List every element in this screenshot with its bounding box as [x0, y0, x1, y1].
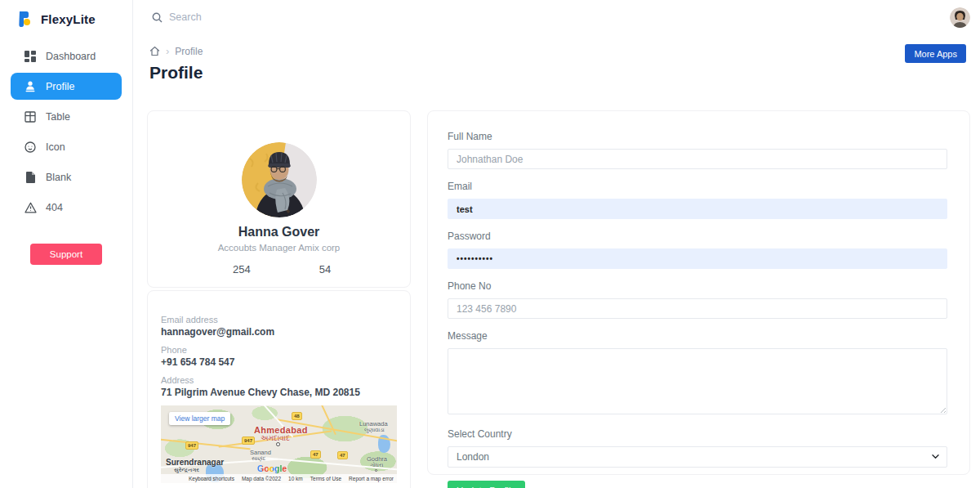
- sidebar-item-dashboard[interactable]: Dashboard: [0, 41, 132, 71]
- select-country-label: Select Country: [448, 428, 947, 440]
- logo-text: FlexyLite: [41, 12, 96, 26]
- map-route-badge: 47: [337, 451, 348, 459]
- map-terms-link[interactable]: Terms of Use: [310, 476, 341, 481]
- search-box[interactable]: [152, 11, 950, 23]
- app-root: FlexyLite Dashboard: [0, 0, 980, 488]
- email-label: Email address: [161, 315, 397, 325]
- table-icon: [24, 110, 37, 123]
- content-columns: Hanna Gover Accoubts Manager Amix corp 2…: [134, 83, 980, 488]
- map-route-badge: 48: [292, 412, 302, 420]
- breadcrumb: › Profile: [149, 45, 980, 57]
- more-apps-button[interactable]: More Apps: [905, 44, 966, 63]
- profile-photo: [242, 142, 317, 217]
- password-label: Password: [448, 231, 947, 242]
- contact-details-card: Email address hannagover@gmail.com Phone…: [147, 290, 411, 488]
- address-label: Address: [161, 375, 397, 385]
- full-name-label: Full Name: [448, 131, 947, 142]
- google-logo[interactable]: Google: [257, 463, 287, 473]
- view-larger-map-link[interactable]: View larger map: [169, 412, 230, 425]
- profile-name: Hanna Gover: [148, 225, 410, 240]
- phone-no-field[interactable]: [448, 298, 947, 319]
- profile-summary-card: Hanna Gover Accoubts Manager Amix corp 2…: [147, 110, 411, 288]
- sidebar-item-icon[interactable]: Icon: [0, 132, 132, 162]
- sidebar-nav: Dashboard Profile Table: [0, 41, 132, 222]
- phone-value: +91 654 784 547: [161, 356, 397, 368]
- map-attribution-bar: Keyboard shortcuts Map data ©2022 10 km …: [161, 474, 397, 483]
- sidebar-item-label: Dashboard: [46, 51, 96, 62]
- user-avatar[interactable]: [950, 7, 970, 28]
- map-scale-label: 10 km: [288, 476, 303, 481]
- map-route-badge: 947: [185, 441, 198, 450]
- map-keyboard-shortcuts-link[interactable]: Keyboard shortcuts: [189, 476, 234, 481]
- address-value: 71 Pilgrim Avenue Chevy Chase, MD 20815: [161, 387, 397, 398]
- sidebar-item-404[interactable]: 404: [0, 192, 132, 222]
- flexylite-logo-icon: [17, 11, 33, 28]
- sidebar-item-table[interactable]: Table: [0, 101, 132, 132]
- message-textarea[interactable]: [448, 348, 947, 414]
- file-icon: [24, 171, 37, 184]
- password-field[interactable]: [448, 248, 947, 269]
- update-profile-button[interactable]: Update Profile: [448, 481, 525, 488]
- email-value: hannagover@gmail.com: [161, 326, 397, 338]
- sidebar: FlexyLite Dashboard: [0, 0, 133, 488]
- smiley-icon: [24, 141, 37, 154]
- google-map-embed[interactable]: View larger map Ahmedabad અમદાવાદ Sanand…: [161, 405, 397, 483]
- email-field-label: Email: [448, 181, 947, 192]
- topbar: [134, 0, 980, 34]
- dashboard-icon: [24, 50, 37, 63]
- map-label-town: Surendranagar: [166, 458, 224, 467]
- edit-profile-form-card: Full Name Email Password Phone No Messag…: [427, 110, 970, 475]
- phone-no-label: Phone No: [448, 280, 947, 292]
- sidebar-item-label: Icon: [46, 141, 65, 153]
- sidebar-item-label: Table: [46, 111, 70, 123]
- main-content: › Profile Profile More Apps: [134, 0, 980, 488]
- map-marker: [276, 442, 280, 446]
- message-label: Message: [448, 330, 947, 342]
- map-route-badge: 47: [310, 450, 321, 459]
- page-title: Profile: [149, 63, 980, 83]
- page-header: › Profile Profile More Apps: [134, 34, 980, 83]
- map-label-city-native: અમદાવાદ: [261, 434, 290, 443]
- map-label-town-native: લુણાવાડા: [364, 427, 385, 433]
- country-select[interactable]: London: [448, 446, 947, 468]
- email-field[interactable]: [448, 199, 947, 219]
- warning-triangle-icon: [24, 201, 37, 214]
- support-button[interactable]: Support: [30, 244, 102, 265]
- search-icon: [152, 12, 163, 23]
- sidebar-item-label: Blank: [46, 172, 71, 183]
- home-icon[interactable]: [149, 46, 160, 56]
- profile-role: Accoubts Manager Amix corp: [148, 243, 410, 253]
- phone-label: Phone: [161, 345, 397, 355]
- stat-primary: 254: [233, 263, 251, 275]
- sidebar-item-label: 404: [46, 202, 63, 213]
- map-data-attribution: Map data ©2022: [242, 476, 281, 481]
- map-label-town-native: સુરેન્દ્રનગર: [174, 467, 199, 473]
- breadcrumb-current[interactable]: Profile: [175, 46, 203, 57]
- full-name-field[interactable]: [448, 149, 947, 169]
- map-label-town-native: સાણંદ: [252, 455, 265, 462]
- profile-stats: 254 54: [148, 263, 410, 275]
- breadcrumb-separator: ›: [166, 45, 169, 57]
- map-report-error-link[interactable]: Report a map error: [349, 476, 394, 481]
- left-column: Hanna Gover Accoubts Manager Amix corp 2…: [147, 110, 411, 488]
- sidebar-item-profile[interactable]: Profile: [11, 73, 122, 100]
- map-route-badge: 947: [242, 437, 255, 445]
- user-icon: [24, 80, 37, 93]
- map-marker: [375, 469, 377, 472]
- search-input[interactable]: [169, 11, 349, 23]
- stat-secondary: 54: [319, 263, 331, 275]
- sidebar-item-label: Profile: [46, 81, 74, 92]
- map-label-town-native: ગોધરા: [370, 462, 383, 468]
- logo[interactable]: FlexyLite: [0, 0, 132, 28]
- sidebar-item-blank[interactable]: Blank: [0, 162, 132, 192]
